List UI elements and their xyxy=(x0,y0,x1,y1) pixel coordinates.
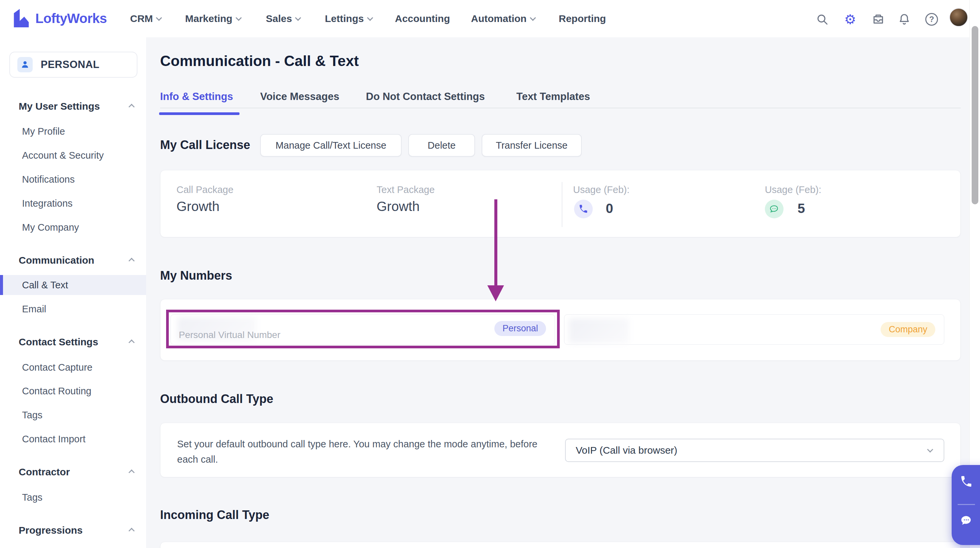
nav-item-label: CRM xyxy=(130,13,153,24)
logo-text: LoftyWorks xyxy=(35,11,107,26)
workspace-selector-button[interactable]: PERSONAL xyxy=(10,52,137,78)
tabs-divider xyxy=(160,108,961,108)
redacted-phone-number xyxy=(569,319,629,343)
license-card: Call Package Growth Text Package Growth … xyxy=(160,170,961,237)
usage-text-value: 5 xyxy=(797,201,805,216)
chevron-down-icon xyxy=(235,15,242,21)
usage-call-value: 0 xyxy=(606,201,613,216)
top-nav-bar: LoftyWorks CRM Marketing Sales Lettings … xyxy=(0,0,980,37)
help-glyph: ? xyxy=(925,13,938,25)
numbers-section-heading: My Numbers xyxy=(160,268,232,283)
nav-item-label: Lettings xyxy=(325,13,364,24)
floating-call-widget xyxy=(951,465,980,545)
delete-license-button[interactable]: Delete xyxy=(408,134,475,157)
sidebar-item-label: Call & Text xyxy=(22,275,68,295)
sidebar-item-account-security[interactable]: Account & Security xyxy=(22,150,104,161)
tab-do-not-contact-settings[interactable]: Do Not Contact Settings xyxy=(366,91,485,103)
sidebar-item-integrations[interactable]: Integrations xyxy=(22,198,73,209)
sidebar-section-progressions[interactable]: Progressions xyxy=(19,525,83,536)
gear-icon[interactable]: ⚙ xyxy=(843,12,858,27)
active-tab-underline xyxy=(159,112,240,115)
annotation-arrow-head xyxy=(487,285,504,301)
notification-bell-icon[interactable] xyxy=(897,12,912,27)
tab-text-templates[interactable]: Text Templates xyxy=(516,91,590,103)
nav-item-automation[interactable]: Automation xyxy=(471,0,535,37)
chevron-down-icon xyxy=(367,15,373,21)
app-screen: LoftyWorks CRM Marketing Sales Lettings … xyxy=(0,0,980,548)
sidebar-item-contact-import[interactable]: Contact Import xyxy=(22,434,85,445)
company-badge: Company xyxy=(881,322,935,337)
sidebar-section-my-user-settings[interactable]: My User Settings xyxy=(19,101,100,112)
active-item-accent-bar xyxy=(0,275,3,295)
incoming-section-heading: Incoming Call Type xyxy=(160,508,269,522)
annotation-highlight-rect xyxy=(166,310,560,348)
chevron-up-icon[interactable] xyxy=(129,528,134,534)
help-icon[interactable]: ? xyxy=(924,12,939,27)
outbound-card: Set your default outbound call type here… xyxy=(160,423,961,477)
nav-item-lettings[interactable]: Lettings xyxy=(325,0,372,37)
nav-item-marketing[interactable]: Marketing xyxy=(185,0,241,37)
nav-item-label: Marketing xyxy=(185,13,232,24)
outbound-call-type-select[interactable]: VoIP (Call via browser) xyxy=(565,439,944,462)
usage-call-label: Usage (Feb): xyxy=(573,184,629,195)
widget-divider xyxy=(958,504,975,505)
chat-bubble-icon xyxy=(765,200,784,218)
sidebar: PERSONAL My User Settings My Profile Acc… xyxy=(0,37,146,548)
text-package-label: Text Package xyxy=(377,184,434,195)
chevron-up-icon[interactable] xyxy=(129,469,134,475)
select-value: VoIP (Call via browser) xyxy=(576,445,678,456)
search-icon[interactable] xyxy=(815,12,830,27)
chevron-down-icon xyxy=(927,446,933,452)
sidebar-item-contact-capture[interactable]: Contact Capture xyxy=(22,362,92,373)
chevron-down-icon xyxy=(156,15,162,21)
sidebar-item-contractor-tags[interactable]: Tags xyxy=(22,492,42,503)
text-package-value: Growth xyxy=(377,199,420,214)
phone-icon[interactable] xyxy=(959,474,974,489)
sidebar-item-contact-routing[interactable]: Contact Routing xyxy=(22,386,91,397)
outbound-description: Set your default outbound call type here… xyxy=(177,436,554,467)
usage-text-label: Usage (Feb): xyxy=(765,184,821,195)
sidebar-section-communication[interactable]: Communication xyxy=(19,255,94,266)
nav-item-crm[interactable]: CRM xyxy=(130,0,161,37)
scrollbar-thumb[interactable] xyxy=(972,26,978,204)
chevron-up-icon[interactable] xyxy=(129,258,134,264)
workspace-label: PERSONAL xyxy=(41,59,99,71)
nav-item-reporting[interactable]: Reporting xyxy=(559,0,606,37)
main-content: Communication - Call & Text Info & Setti… xyxy=(146,37,969,548)
sidebar-section-contractor[interactable]: Contractor xyxy=(19,466,70,478)
sidebar-item-my-company[interactable]: My Company xyxy=(22,222,79,233)
inbox-icon[interactable] xyxy=(871,12,886,27)
logo-icon xyxy=(10,7,31,29)
call-package-value: Growth xyxy=(177,199,220,214)
sidebar-item-notifications[interactable]: Notifications xyxy=(22,174,75,185)
nav-item-label: Accounting xyxy=(395,13,450,24)
tab-info-settings[interactable]: Info & Settings xyxy=(160,91,233,103)
tab-voice-messages[interactable]: Voice Messages xyxy=(260,91,339,103)
sidebar-item-email[interactable]: Email xyxy=(22,304,46,315)
chevron-down-icon xyxy=(530,15,536,21)
incoming-card xyxy=(160,542,961,548)
chevron-down-icon xyxy=(295,15,301,21)
nav-item-accounting[interactable]: Accounting xyxy=(395,0,450,37)
manage-license-button[interactable]: Manage Call/Text License xyxy=(260,134,402,157)
chat-bubble-icon[interactable] xyxy=(959,514,974,528)
avatar[interactable] xyxy=(949,8,968,27)
page-title: Communication - Call & Text xyxy=(160,52,359,69)
sidebar-section-contact-settings[interactable]: Contact Settings xyxy=(19,336,98,348)
chevron-up-icon[interactable] xyxy=(129,104,134,110)
company-number-card[interactable]: Company xyxy=(564,315,944,345)
call-package-label: Call Package xyxy=(177,184,234,195)
logo[interactable]: LoftyWorks xyxy=(10,7,107,29)
chevron-up-icon[interactable] xyxy=(129,339,134,345)
sidebar-item-call-and-text[interactable]: Call & Text xyxy=(0,275,146,295)
annotation-arrow-line xyxy=(494,199,497,286)
nav-item-label: Sales xyxy=(266,13,292,24)
nav-item-sales[interactable]: Sales xyxy=(266,0,300,37)
nav-item-label: Reporting xyxy=(559,13,606,24)
vertical-divider xyxy=(562,182,562,227)
transfer-license-button[interactable]: Transfer License xyxy=(482,134,582,157)
sidebar-item-my-profile[interactable]: My Profile xyxy=(22,126,65,137)
sidebar-item-tags[interactable]: Tags xyxy=(22,410,42,421)
phone-icon xyxy=(574,200,593,218)
user-icon xyxy=(18,57,33,72)
